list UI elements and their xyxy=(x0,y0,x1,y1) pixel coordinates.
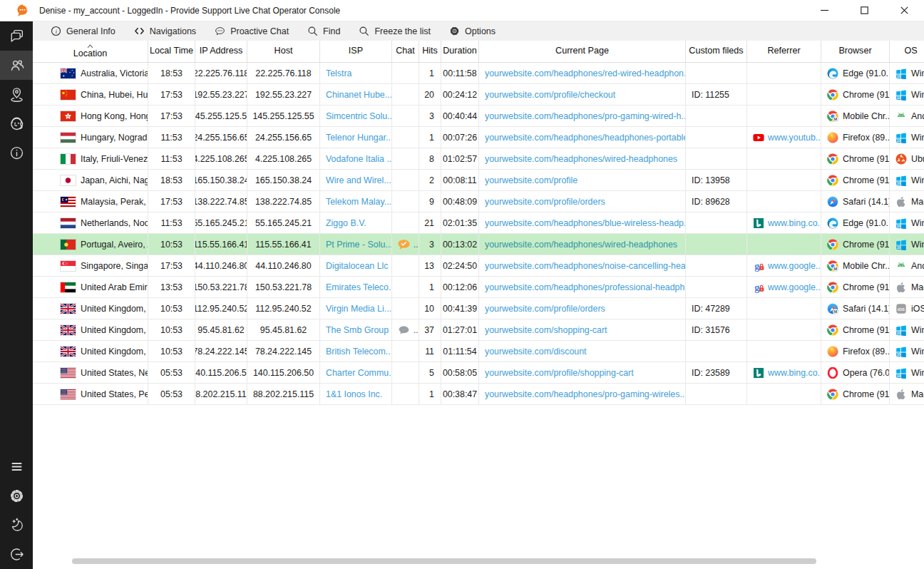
sidebar-item-night-mode[interactable] xyxy=(0,511,33,540)
toolbar-freeze-the-list-button[interactable]: Freeze the list xyxy=(349,21,440,41)
current-page-link[interactable]: yourwebsite.com/headphones/professional-… xyxy=(485,282,686,292)
hits-cell: 10 xyxy=(419,298,441,319)
ip-address-cell: 112.95.240.52 xyxy=(195,298,247,319)
sidebar-item-settings[interactable] xyxy=(0,481,33,511)
toolbar-find-button[interactable]: Find xyxy=(298,21,349,41)
column-header-host[interactable]: Host xyxy=(247,41,320,63)
current-page-link[interactable]: yourwebsite.com/discount xyxy=(485,347,587,357)
duration-cell: 01:02:57 xyxy=(441,148,479,169)
chat-idle-icon[interactable] xyxy=(397,324,411,336)
sidebar-item-chats[interactable] xyxy=(0,21,33,51)
visitor-row[interactable]: United States, Pennsy...05:5388.202.215.… xyxy=(33,384,924,405)
mac-os-icon xyxy=(895,389,907,400)
visitor-row[interactable]: United Kingdom, Engl...10:5378.24.222.14… xyxy=(33,341,924,362)
sidebar-item-logout[interactable] xyxy=(0,540,33,569)
isp-link[interactable]: Virgin Media Li... xyxy=(326,304,391,314)
isp-link[interactable]: 1&1 Ionos Inc. xyxy=(326,389,382,399)
isp-link[interactable]: Telekom Malay... xyxy=(326,197,391,207)
sidebar-item-visitors[interactable] xyxy=(0,51,33,80)
isp-link[interactable]: Pt Prime - Solu... xyxy=(326,240,392,250)
current-page-link[interactable]: yourwebsite.com/headphones/wired-headpho… xyxy=(485,240,677,250)
current-page-link[interactable]: yourwebsite.com/shopping-cart xyxy=(485,325,607,335)
toolbar-proactive-chat-button[interactable]: Proactive Chat xyxy=(205,21,298,41)
current-page-link[interactable]: yourwebsite.com/profile xyxy=(485,175,578,185)
column-header-isp[interactable]: ISP xyxy=(320,41,392,63)
current-page-link[interactable]: yourwebsite.com/headphones/red-wired-hea… xyxy=(485,68,686,78)
chat-active-icon[interactable] xyxy=(397,239,411,250)
toolbar-options-button[interactable]: Options xyxy=(440,21,505,41)
isp-link[interactable]: Telstra xyxy=(326,68,352,78)
toolbar-general-info-button[interactable]: iGeneral Info xyxy=(41,21,125,41)
referrer-link[interactable]: www.google... xyxy=(768,282,821,292)
column-header-referrer[interactable]: Referrer xyxy=(747,41,821,63)
referrer-link[interactable]: www.google... xyxy=(768,261,821,271)
visitor-row[interactable]: Singapore, Singapore...17:5344.110.246.8… xyxy=(33,255,924,277)
isp-link[interactable]: British Telecom... xyxy=(326,347,392,357)
current-page-link[interactable]: yourwebsite.com/headphones/pro-gaming-wi… xyxy=(485,389,686,399)
current-page-link[interactable]: yourwebsite.com/headphones/noise-cancell… xyxy=(485,261,686,271)
column-header-local-time[interactable]: Local Time xyxy=(148,41,195,63)
visitor-row[interactable]: Australia, Victoria, Ge...18:5322.225.76… xyxy=(33,63,924,84)
current-page-link[interactable]: yourwebsite.com/profile/orders xyxy=(485,304,605,314)
column-header-current-page[interactable]: Current Page xyxy=(479,41,686,63)
sidebar-item-operators[interactable] xyxy=(0,109,33,138)
column-header-duration[interactable]: Duration xyxy=(441,41,479,63)
isp-link[interactable]: Telenor Hungar... xyxy=(326,133,392,143)
column-header-hits[interactable]: Hits xyxy=(419,41,441,63)
visitor-row[interactable]: United States, New Yo...05:53140.115.206… xyxy=(33,362,924,384)
referrer-link[interactable]: www.youtub... xyxy=(768,133,821,143)
win-os-icon: 10 xyxy=(895,217,907,229)
visitor-row[interactable]: United Arab Emirates...13:53150.53.221.7… xyxy=(33,277,924,298)
current-page-link[interactable]: yourwebsite.com/headphones/headphones-po… xyxy=(485,133,686,143)
sidebar-item-geo-map[interactable] xyxy=(0,80,33,109)
visitor-row[interactable]: United Kingdom, Engl...10:53112.95.240.5… xyxy=(33,298,924,319)
current-page-link[interactable]: yourwebsite.com/headphones/wired-headpho… xyxy=(485,154,677,164)
chrome-browser-icon xyxy=(827,153,838,165)
horizontal-scrollbar-track[interactable] xyxy=(66,558,924,565)
current-page-link[interactable]: yourwebsite.com/profile/checkout xyxy=(485,90,615,100)
isp-link[interactable]: The Smb Group xyxy=(326,325,389,335)
maximize-button[interactable] xyxy=(844,0,884,21)
close-button[interactable] xyxy=(884,0,924,21)
horizontal-scrollbar-thumb[interactable] xyxy=(72,558,816,564)
toolbar-navigations-button[interactable]: Navigations xyxy=(125,21,205,41)
visitor-row[interactable]: Portugal, Aveiro, Ave...10:53115.55.166.… xyxy=(33,234,924,255)
visitor-row[interactable]: Netherlands, Noord-...11:5355.165.245.21… xyxy=(33,212,924,234)
column-header-location[interactable]: Location xyxy=(33,41,148,63)
current-page-link[interactable]: yourwebsite.com/profile/shopping-cart xyxy=(485,368,634,378)
column-header-label: Hits xyxy=(422,46,438,56)
visitor-row[interactable]: Italy, Friuli-Venezia Gi...11:534.225.10… xyxy=(33,148,924,170)
browser-text: Firefox (89... xyxy=(843,347,890,357)
isp-link[interactable]: Wire and Wirel... xyxy=(326,175,391,185)
visitor-row[interactable]: Hong Kong, Hong Ko...17:53145.255.125.55… xyxy=(33,106,924,127)
minimize-button[interactable] xyxy=(804,0,844,21)
column-header-browser[interactable]: Browser xyxy=(821,41,890,63)
isp-link[interactable]: Simcentric Solu... xyxy=(326,111,392,121)
visitor-row[interactable]: Japan, Aichi, Nagoya, ...18:53165.150.38… xyxy=(33,170,924,191)
current-page-link[interactable]: yourwebsite.com/headphones/pro-gaming-wi… xyxy=(485,111,686,121)
current-page-cell: yourwebsite.com/headphones/headphones-po… xyxy=(479,127,686,148)
visitor-row[interactable]: Malaysia, Perak, Ipoh, ...17:53138.222.7… xyxy=(33,191,924,212)
isp-link[interactable]: Emirates Teleco... xyxy=(326,282,392,292)
ip-address-text: 78.24.222.145 xyxy=(195,347,247,357)
visitor-row[interactable]: United Kingdom, Engl...10:5395.45.81.629… xyxy=(33,319,924,341)
column-header-os[interactable]: OS xyxy=(890,41,924,63)
isp-link[interactable]: Vodafone Italia ... xyxy=(326,154,392,164)
isp-link[interactable]: Digitalocean Llc xyxy=(326,261,388,271)
duration-cell: 00:12:06 xyxy=(441,277,479,297)
visitor-row[interactable]: China, Hubei, Huangg...17:53192.55.23.22… xyxy=(33,84,924,106)
current-page-link[interactable]: yourwebsite.com/profile/orders xyxy=(485,197,605,207)
column-header-custom-fileds[interactable]: Custom fileds xyxy=(686,41,747,63)
visitor-row[interactable]: Hungary, Nograd, Kar...11:5324.255.156.6… xyxy=(33,127,924,148)
referrer-link[interactable]: www.bing.co... xyxy=(768,218,821,228)
sidebar-item-info[interactable] xyxy=(0,138,33,168)
isp-link[interactable]: Charter Commu... xyxy=(326,368,392,378)
referrer-link[interactable]: www.bing.co... xyxy=(768,368,821,378)
isp-link[interactable]: Chinanet Hube... xyxy=(326,90,392,100)
sidebar-item-menu[interactable] xyxy=(0,452,33,481)
host-text: 4.225.108.265 xyxy=(255,154,312,164)
isp-link[interactable]: Ziggo B.V. xyxy=(326,218,366,228)
column-header-chat[interactable]: Chat xyxy=(392,41,419,63)
column-header-ip-address[interactable]: IP Address xyxy=(195,41,247,63)
current-page-link[interactable]: yourwebsite.com/headphones/blue-wireless… xyxy=(485,218,686,228)
